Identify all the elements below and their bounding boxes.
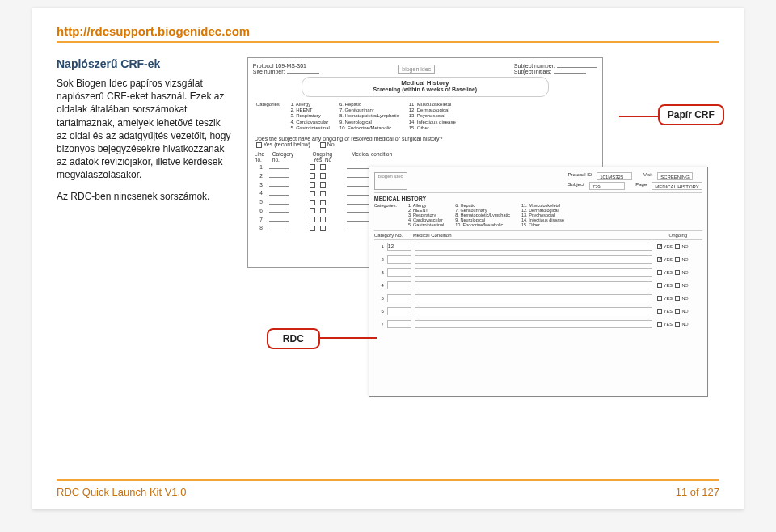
callout-papir-crf: Papír CRF (658, 104, 724, 125)
rdc-col-cat: Category No. (374, 233, 413, 238)
cat-col-a: 1. Allergy2. HEENT3. Respiratory4. Cardi… (291, 102, 330, 131)
page-label: Page (635, 182, 647, 190)
list-item: 7. Genitourinary (340, 108, 399, 113)
col-condition: Medical condition (352, 151, 596, 163)
col-cat: Category no. (272, 151, 293, 163)
subject-number-label: Subject number: (514, 63, 555, 69)
paragraph-2: Az RDC-ben nincsenek sorszámok. (57, 190, 233, 203)
cat-col-c: 11. Musculoskeletal12. Dermatological13.… (409, 102, 456, 131)
right-column: Protocol 109-MS-301 Site number: biogen … (247, 57, 719, 397)
paper-subtitle: Screening (within 6 weeks of Baseline) (318, 87, 532, 92)
rdc-crf-mock: biogen idec Protocol ID101MS325 VisitSCR… (369, 167, 708, 397)
col-line: Line no. (255, 151, 266, 163)
list-item: 15. Other (521, 222, 564, 227)
categories-label: Categories: (256, 102, 281, 131)
table-row: 2YES NO (374, 255, 702, 264)
table-row: 5YES NO (374, 294, 702, 302)
list-item: 15. Other (409, 125, 456, 131)
history-question: Does the subject have any ongoing or res… (255, 136, 443, 141)
rdc-cat-a: 1. Allergy2. HEENT3. Respiratory4. Cardi… (408, 203, 444, 227)
header-rule (57, 41, 719, 43)
callout-connector (312, 337, 377, 339)
table-row: 112YES NO (374, 243, 702, 251)
no-label: No (327, 141, 335, 147)
list-item: 6. Hepatic (340, 102, 399, 108)
list-item: 14. Infectious disease (409, 120, 456, 125)
subject-label: Subject (568, 182, 584, 190)
list-item: 10. Endocrine/Metabolic (340, 125, 399, 131)
list-item: 13. Psychosocial (409, 113, 456, 119)
rdc-cat-b: 6. Hepatic7. Genitourinary8. Hematopoiet… (455, 203, 510, 227)
table-row: 3YES NO (374, 268, 702, 277)
yes-label: Yes (record below) (264, 141, 310, 147)
paper-title: Medical History (318, 79, 532, 87)
proto-value: 101MS325 (597, 172, 632, 180)
table-row: 4YES NO (374, 281, 702, 289)
visit-value: SCREENING (657, 172, 693, 180)
list-item: 5. Gastrointestinal (408, 222, 444, 227)
rdc-col-cond: Medical Condition (413, 233, 654, 238)
biogen-logo: biogen idec (374, 172, 407, 190)
site-label: Site number: (253, 69, 285, 74)
section-title: Naplószerű CRF-ek (57, 57, 233, 70)
biogen-logo: biogen idec (398, 65, 435, 74)
list-item: 12. Dermatological (409, 108, 456, 113)
list-item: 3. Respiratory (291, 113, 330, 119)
protocol-label: Protocol 109-MS-301 (253, 63, 306, 69)
document-page: http://rdcsupport.biogenidec.com Naplósz… (32, 8, 744, 509)
footer-title: RDC Quick Launch Kit V1.0 (57, 486, 186, 498)
paragraph-1: Sok Biogen Idec papíros vizsgálat naplós… (57, 77, 233, 182)
page-footer: RDC Quick Launch Kit V1.0 11 of 127 (57, 479, 719, 498)
table-row: 7YES NO (374, 320, 702, 328)
list-item: 9. Neurological (340, 120, 399, 125)
ongoing-label: Ongoing (313, 151, 333, 157)
list-item: 10. Endocrine/Metabolic (455, 222, 510, 227)
rdc-col-ongoing: Ongoing (654, 233, 702, 238)
list-item: 1. Allergy (291, 102, 330, 108)
content-area: Naplószerű CRF-ek Sok Biogen Idec papíro… (57, 57, 719, 397)
list-item: 11. Musculoskeletal (409, 102, 456, 108)
list-item: 2. HEENT (291, 108, 330, 113)
subject-value: 729 (589, 182, 625, 190)
page-value: MEDICAL HISTORY (652, 182, 702, 190)
rdc-section-title: MEDICAL HISTORY (374, 196, 702, 201)
left-column: Naplószerű CRF-ek Sok Biogen Idec papíro… (57, 57, 233, 397)
rdc-rows: 112YES NO2YES NO3YES NO4YES NO5YES NO6YE… (374, 243, 702, 328)
header-url: http://rdcsupport.biogenidec.com (57, 24, 719, 38)
rdc-cat-c: 11. Musculoskeletal12. Dermatological13.… (521, 203, 564, 227)
table-row: 6YES NO (374, 307, 702, 315)
proto-label: Protocol ID (568, 172, 593, 180)
list-item: 4. Cardiovascular (291, 120, 330, 125)
crf-illustration: Protocol 109-MS-301 Site number: biogen … (247, 57, 700, 397)
footer-page: 11 of 127 (676, 486, 719, 498)
list-item: 5. Gastrointestinal (291, 125, 330, 131)
cat-col-b: 6. Hepatic7. Genitourinary8. Hematopoiet… (340, 102, 399, 131)
subject-initials-label: Subject initials: (514, 69, 552, 74)
callout-rdc: RDC (267, 328, 320, 349)
categories-label: Categories: (374, 203, 397, 227)
visit-label: Visit (643, 172, 652, 180)
list-item: 8. Hematopoietic/Lymphatic (340, 113, 399, 119)
